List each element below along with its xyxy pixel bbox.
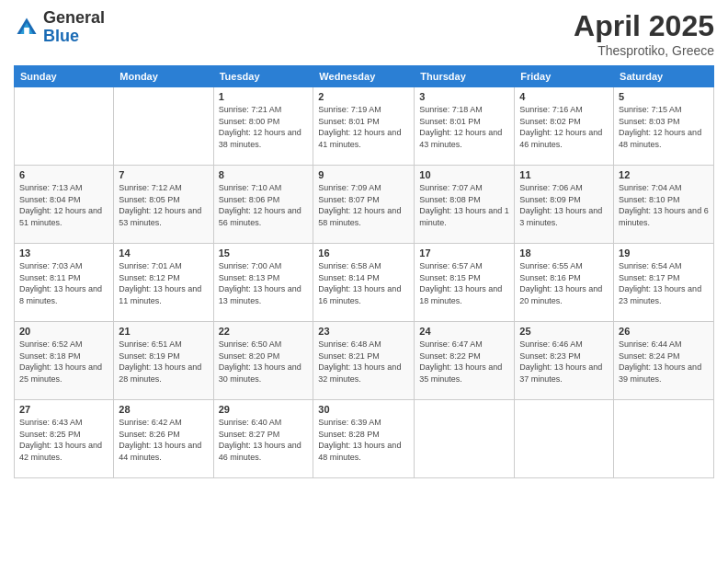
day-number: 12 bbox=[619, 169, 709, 180]
calendar-cell bbox=[614, 400, 714, 478]
calendar-cell: 25 Sunrise: 6:46 AM Sunset: 8:23 PM Dayl… bbox=[515, 322, 614, 400]
day-number: 25 bbox=[519, 326, 609, 337]
day-info: Sunrise: 6:47 AM Sunset: 8:22 PM Dayligh… bbox=[419, 339, 509, 385]
day-number: 13 bbox=[19, 247, 108, 259]
day-number: 4 bbox=[519, 91, 609, 102]
calendar-cell: 6 Sunrise: 7:13 AM Sunset: 8:04 PM Dayli… bbox=[15, 166, 114, 244]
day-number: 1 bbox=[219, 91, 309, 102]
calendar-week-row: 20 Sunrise: 6:52 AM Sunset: 8:18 PM Dayl… bbox=[15, 322, 714, 400]
calendar-cell: 4 Sunrise: 7:16 AM Sunset: 8:02 PM Dayli… bbox=[515, 87, 614, 166]
title-block: April 2025 Thesprotiko, Greece bbox=[574, 9, 714, 58]
day-info: Sunrise: 6:57 AM Sunset: 8:15 PM Dayligh… bbox=[419, 260, 509, 306]
calendar-cell bbox=[415, 400, 515, 478]
day-number: 30 bbox=[318, 404, 409, 415]
day-info: Sunrise: 6:55 AM Sunset: 8:16 PM Dayligh… bbox=[519, 260, 609, 306]
day-info: Sunrise: 7:09 AM Sunset: 8:07 PM Dayligh… bbox=[318, 182, 409, 228]
logo-general-text: General bbox=[43, 8, 105, 27]
day-info: Sunrise: 6:40 AM Sunset: 8:27 PM Dayligh… bbox=[219, 417, 309, 463]
day-number: 11 bbox=[519, 169, 609, 180]
calendar-cell: 26 Sunrise: 6:44 AM Sunset: 8:24 PM Dayl… bbox=[614, 322, 714, 400]
calendar-cell: 2 Sunrise: 7:19 AM Sunset: 8:01 PM Dayli… bbox=[313, 87, 415, 166]
day-info: Sunrise: 7:06 AM Sunset: 8:09 PM Dayligh… bbox=[519, 182, 609, 228]
day-number: 21 bbox=[119, 326, 208, 337]
day-number: 9 bbox=[318, 169, 409, 180]
calendar-cell: 24 Sunrise: 6:47 AM Sunset: 8:22 PM Dayl… bbox=[415, 322, 515, 400]
svg-rect-2 bbox=[24, 28, 29, 34]
weekday-header: Thursday bbox=[415, 66, 515, 87]
weekday-header: Tuesday bbox=[213, 66, 313, 87]
calendar-cell: 1 Sunrise: 7:21 AM Sunset: 8:00 PM Dayli… bbox=[213, 87, 313, 166]
weekday-header: Saturday bbox=[614, 66, 714, 87]
day-info: Sunrise: 7:00 AM Sunset: 8:13 PM Dayligh… bbox=[219, 260, 309, 306]
calendar-cell: 15 Sunrise: 7:00 AM Sunset: 8:13 PM Dayl… bbox=[213, 244, 313, 322]
logo-text: General Blue bbox=[43, 9, 105, 46]
weekday-header: Sunday bbox=[15, 66, 114, 87]
calendar-cell: 5 Sunrise: 7:15 AM Sunset: 8:03 PM Dayli… bbox=[614, 87, 714, 166]
calendar-cell: 3 Sunrise: 7:18 AM Sunset: 8:01 PM Dayli… bbox=[415, 87, 515, 166]
calendar-week-row: 6 Sunrise: 7:13 AM Sunset: 8:04 PM Dayli… bbox=[15, 166, 714, 244]
calendar-cell: 10 Sunrise: 7:07 AM Sunset: 8:08 PM Dayl… bbox=[415, 166, 515, 244]
day-info: Sunrise: 6:52 AM Sunset: 8:18 PM Dayligh… bbox=[19, 339, 108, 385]
day-info: Sunrise: 6:39 AM Sunset: 8:28 PM Dayligh… bbox=[318, 417, 409, 463]
day-info: Sunrise: 6:58 AM Sunset: 8:14 PM Dayligh… bbox=[318, 260, 409, 306]
day-info: Sunrise: 7:12 AM Sunset: 8:05 PM Dayligh… bbox=[119, 182, 208, 228]
day-info: Sunrise: 7:07 AM Sunset: 8:08 PM Dayligh… bbox=[419, 182, 509, 228]
calendar-cell: 29 Sunrise: 6:40 AM Sunset: 8:27 PM Dayl… bbox=[213, 400, 313, 478]
day-info: Sunrise: 7:15 AM Sunset: 8:03 PM Dayligh… bbox=[619, 104, 709, 150]
day-number: 29 bbox=[219, 404, 309, 415]
day-info: Sunrise: 7:16 AM Sunset: 8:02 PM Dayligh… bbox=[519, 104, 609, 150]
day-number: 20 bbox=[19, 326, 108, 337]
day-info: Sunrise: 7:18 AM Sunset: 8:01 PM Dayligh… bbox=[419, 104, 509, 150]
calendar-cell: 7 Sunrise: 7:12 AM Sunset: 8:05 PM Dayli… bbox=[114, 166, 213, 244]
day-info: Sunrise: 6:44 AM Sunset: 8:24 PM Dayligh… bbox=[619, 339, 709, 385]
calendar-cell: 20 Sunrise: 6:52 AM Sunset: 8:18 PM Dayl… bbox=[15, 322, 114, 400]
calendar-week-row: 1 Sunrise: 7:21 AM Sunset: 8:00 PM Dayli… bbox=[15, 87, 714, 166]
day-info: Sunrise: 6:48 AM Sunset: 8:21 PM Dayligh… bbox=[318, 339, 409, 385]
day-info: Sunrise: 6:42 AM Sunset: 8:26 PM Dayligh… bbox=[119, 417, 208, 463]
day-info: Sunrise: 7:10 AM Sunset: 8:06 PM Dayligh… bbox=[219, 182, 309, 228]
header: General Blue April 2025 Thesprotiko, Gre… bbox=[14, 9, 714, 58]
day-info: Sunrise: 6:43 AM Sunset: 8:25 PM Dayligh… bbox=[19, 417, 108, 463]
day-number: 27 bbox=[19, 404, 108, 415]
calendar-subtitle: Thesprotiko, Greece bbox=[574, 43, 714, 58]
logo-blue-text: Blue bbox=[43, 27, 79, 45]
day-info: Sunrise: 6:50 AM Sunset: 8:20 PM Dayligh… bbox=[219, 339, 309, 385]
day-info: Sunrise: 7:03 AM Sunset: 8:11 PM Dayligh… bbox=[19, 260, 108, 306]
logo: General Blue bbox=[14, 9, 105, 46]
calendar-cell: 22 Sunrise: 6:50 AM Sunset: 8:20 PM Dayl… bbox=[213, 322, 313, 400]
calendar-cell: 16 Sunrise: 6:58 AM Sunset: 8:14 PM Dayl… bbox=[313, 244, 415, 322]
day-number: 24 bbox=[419, 326, 509, 337]
header-row: SundayMondayTuesdayWednesdayThursdayFrid… bbox=[15, 66, 714, 87]
calendar-cell bbox=[114, 87, 213, 166]
calendar-cell: 28 Sunrise: 6:42 AM Sunset: 8:26 PM Dayl… bbox=[114, 400, 213, 478]
day-number: 22 bbox=[219, 326, 309, 337]
calendar-cell bbox=[15, 87, 114, 166]
weekday-header: Monday bbox=[114, 66, 213, 87]
day-info: Sunrise: 6:46 AM Sunset: 8:23 PM Dayligh… bbox=[519, 339, 609, 385]
calendar-cell: 23 Sunrise: 6:48 AM Sunset: 8:21 PM Dayl… bbox=[313, 322, 415, 400]
page: General Blue April 2025 Thesprotiko, Gre… bbox=[0, 0, 728, 563]
calendar-cell: 8 Sunrise: 7:10 AM Sunset: 8:06 PM Dayli… bbox=[213, 166, 313, 244]
calendar-cell: 17 Sunrise: 6:57 AM Sunset: 8:15 PM Dayl… bbox=[415, 244, 515, 322]
day-number: 3 bbox=[419, 91, 509, 102]
calendar-cell: 9 Sunrise: 7:09 AM Sunset: 8:07 PM Dayli… bbox=[313, 166, 415, 244]
day-number: 14 bbox=[119, 247, 208, 259]
day-number: 6 bbox=[19, 169, 108, 180]
calendar-cell: 21 Sunrise: 6:51 AM Sunset: 8:19 PM Dayl… bbox=[114, 322, 213, 400]
day-info: Sunrise: 7:19 AM Sunset: 8:01 PM Dayligh… bbox=[318, 104, 409, 150]
day-number: 18 bbox=[519, 247, 609, 259]
calendar-cell bbox=[515, 400, 614, 478]
calendar-week-row: 13 Sunrise: 7:03 AM Sunset: 8:11 PM Dayl… bbox=[15, 244, 714, 322]
day-info: Sunrise: 7:21 AM Sunset: 8:00 PM Dayligh… bbox=[219, 104, 309, 150]
weekday-header: Wednesday bbox=[313, 66, 415, 87]
calendar-cell: 19 Sunrise: 6:54 AM Sunset: 8:17 PM Dayl… bbox=[614, 244, 714, 322]
calendar-cell: 30 Sunrise: 6:39 AM Sunset: 8:28 PM Dayl… bbox=[313, 400, 415, 478]
day-number: 28 bbox=[119, 404, 208, 415]
calendar-cell: 27 Sunrise: 6:43 AM Sunset: 8:25 PM Dayl… bbox=[15, 400, 114, 478]
day-number: 23 bbox=[318, 326, 409, 337]
calendar-cell: 18 Sunrise: 6:55 AM Sunset: 8:16 PM Dayl… bbox=[515, 244, 614, 322]
day-info: Sunrise: 7:13 AM Sunset: 8:04 PM Dayligh… bbox=[19, 182, 108, 228]
day-number: 8 bbox=[219, 169, 309, 180]
calendar-cell: 11 Sunrise: 7:06 AM Sunset: 8:09 PM Dayl… bbox=[515, 166, 614, 244]
day-number: 19 bbox=[619, 247, 709, 259]
